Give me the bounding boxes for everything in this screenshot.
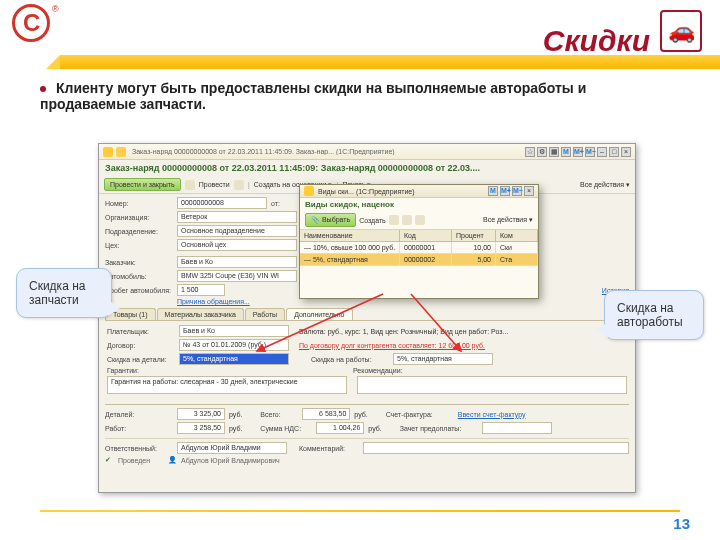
date-label: от: [271, 200, 289, 207]
post-button[interactable]: Провести [199, 181, 230, 188]
currency-info: Валюта: руб., курс: 1, Вид цен: Розничны… [299, 328, 508, 335]
parts-total: 3 325,00 [177, 408, 225, 420]
edit-icon[interactable] [389, 215, 399, 225]
car-label: Автомобиль: [105, 273, 173, 280]
disc-works-field[interactable]: 5%, стандартная [393, 353, 493, 365]
number-field[interactable]: 00000000008 [177, 197, 267, 209]
slide-title: Скидки [543, 24, 650, 58]
callout-parts-discount: Скидка на запчасти [16, 268, 112, 318]
warranty-label: Гарантии: [107, 367, 175, 374]
m-minus-button[interactable]: M− [585, 147, 595, 157]
logo-1c: С ® [12, 4, 60, 52]
comment-label: Комментарий: [299, 445, 359, 452]
fav-icon[interactable]: ☆ [525, 147, 535, 157]
invoice-label: Счет-фактура: [386, 411, 454, 418]
tab-additional[interactable]: Дополнительно [286, 308, 352, 320]
create-button[interactable]: Создать [359, 217, 386, 224]
home-icon[interactable] [103, 147, 113, 157]
disc-parts-label: Скидка на детали: [107, 356, 175, 363]
slide-header: С ® Скидки 🚗 [0, 0, 720, 70]
works-total-label: Работ: [105, 425, 173, 432]
footer-decor [40, 510, 680, 512]
callout-tail [108, 300, 120, 316]
star-icon[interactable] [116, 147, 126, 157]
page-number: 13 [673, 515, 690, 532]
slide-bullet: Клиенту могут быть предоставлены скидки … [0, 70, 720, 118]
tab-works[interactable]: Работы [245, 308, 285, 320]
m-plus-button[interactable]: M+ [573, 147, 583, 157]
calc-icon[interactable]: ▦ [549, 147, 559, 157]
titlebar: Заказ-наряд 00000000008 от 22.03.2011 11… [99, 144, 635, 160]
payer-label: Плательщик: [107, 328, 175, 335]
warranty-field[interactable]: Гарантия на работы: слесарная - 30 дней,… [107, 376, 347, 394]
mileage-label: Пробег автомобиля: [105, 287, 173, 294]
m-button[interactable]: M [561, 147, 571, 157]
prepay-label: Зачет предоплаты: [400, 425, 478, 432]
save-close-button[interactable]: Провести и закрыть [104, 178, 181, 191]
tools-icon[interactable]: ⚙ [537, 147, 547, 157]
dept-label: Подразделение: [105, 228, 173, 235]
save-icon[interactable] [185, 180, 195, 190]
disc-parts-field[interactable]: 5%, стандартная [179, 353, 289, 365]
car-field[interactable]: BMW 325i Coupe (E36) VIN WI [177, 270, 297, 282]
posted-icon: ✔ [105, 456, 111, 464]
contract-label: Договор: [107, 342, 175, 349]
mileage-field[interactable]: 1 500 [177, 284, 225, 296]
find-icon[interactable] [415, 215, 425, 225]
maximize-button[interactable]: □ [609, 147, 619, 157]
app-window: Заказ-наряд 00000000008 от 22.03.2011 11… [98, 143, 636, 493]
car-service-icon: 🚗 [660, 10, 702, 52]
grid-row[interactable]: — 10%, свыше 100 000 руб. 00000001 10,00… [300, 242, 538, 254]
dept-field[interactable]: Основное подразделение [177, 225, 297, 237]
grid-row-selected[interactable]: — 5%, стандартная 00000002 5,00 Ста [300, 254, 538, 266]
author-label: Абдулов Юрий Владимирович [181, 457, 280, 464]
customer-label: Заказчик: [105, 259, 173, 266]
total-field: 6 583,50 [302, 408, 350, 420]
org-field[interactable]: Ветерок [177, 211, 297, 223]
discount-types-popup: Виды ски... (1С:Предприятие) M M+ M− × В… [299, 184, 539, 299]
total-label: Всего: [260, 411, 298, 418]
debt-link[interactable]: По договору долг контрагента составляет:… [299, 342, 485, 349]
popup-m-plus[interactable]: M+ [500, 186, 510, 196]
select-button[interactable]: 📎 Выбрать [305, 213, 356, 227]
resp-label: Ответственный: [105, 445, 173, 452]
shop-label: Цех: [105, 242, 173, 249]
tab-materials[interactable]: Материалы заказчика [157, 308, 244, 320]
number-label: Номер: [105, 200, 173, 207]
window-title: Заказ-наряд 00000000008 от 22.03.2011 11… [132, 148, 523, 155]
tabs: Товары (1) Материалы заказчика Работы До… [105, 308, 629, 321]
popup-m[interactable]: M [488, 186, 498, 196]
shop-field[interactable]: Основной цех [177, 239, 297, 251]
resp-field[interactable]: Абдулов Юрий Владими [177, 442, 287, 454]
prepay-field[interactable] [482, 422, 552, 434]
minimize-button[interactable]: – [597, 147, 607, 157]
doc-title: Заказ-наряд 00000000008 от 22.03.2011 11… [99, 160, 635, 176]
decor-bar [60, 55, 720, 69]
recom-field[interactable] [357, 376, 627, 394]
doc-icon[interactable] [234, 180, 244, 190]
payer-field[interactable]: Баев и Ко [179, 325, 289, 337]
popup-all-actions[interactable]: Все действия ▾ [483, 216, 533, 224]
user-icon: 👤 [168, 456, 177, 464]
posted-label: Проведен [118, 457, 150, 464]
parts-total-label: Деталей: [105, 411, 173, 418]
popup-titlebar: Виды ски... (1С:Предприятие) M M+ M− × [300, 185, 538, 198]
popup-title: Виды скидок, наценок [300, 198, 538, 211]
grid-header: Наименование Код Процент Ком [300, 230, 538, 242]
contract-field[interactable]: № 43 от 01.01.2009 (руб.) [179, 339, 289, 351]
popup-m-minus[interactable]: M− [512, 186, 522, 196]
customer-field[interactable]: Баев и Ко [177, 256, 297, 268]
popup-close[interactable]: × [524, 186, 534, 196]
vat-label: Сумма НДС: [260, 425, 312, 432]
popup-icon [304, 186, 314, 196]
close-button[interactable]: × [621, 147, 631, 157]
vat-field: 1 004,26 [316, 422, 364, 434]
delete-icon[interactable] [402, 215, 412, 225]
reason-link[interactable]: Причина обращения... [177, 298, 250, 305]
callout-works-discount: Скидка на автоработы [604, 290, 704, 340]
invoice-link[interactable]: Ввести счет-фактуру [458, 411, 526, 418]
disc-works-label: Скидка на работы: [311, 356, 389, 363]
callout-tail [596, 322, 608, 338]
comment-field[interactable] [363, 442, 629, 454]
all-actions-button[interactable]: Все действия ▾ [580, 181, 630, 189]
